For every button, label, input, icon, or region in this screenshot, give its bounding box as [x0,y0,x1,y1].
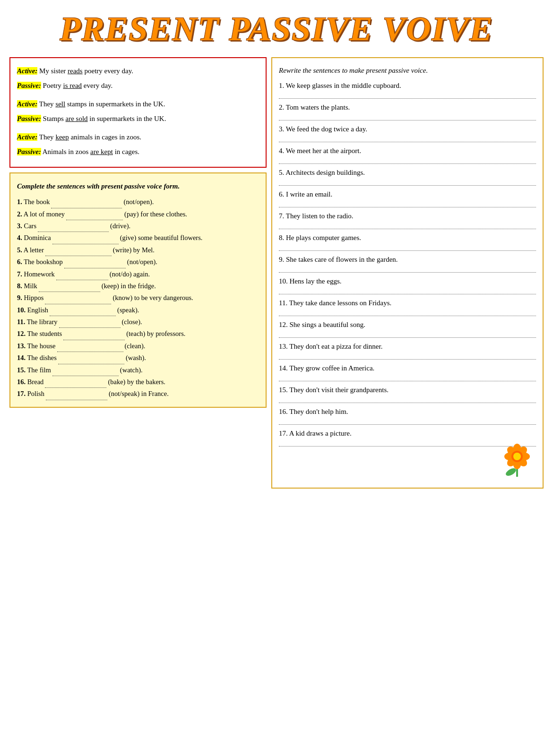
answer-line [279,114,536,120]
answer-line [279,244,536,251]
rewrite-item: 8. He plays computer games. [279,232,536,243]
answer-line [279,353,536,360]
answer-line [279,201,536,207]
example-3-passive: Passive: Animals in zoos are kept in cag… [17,146,259,158]
rewrite-item: 1. We keep glasses in the middle cupboar… [279,80,536,91]
active-label-3: Active: [17,133,37,141]
rewrite-box: Rewrite the sentences to make present pa… [271,57,544,489]
answer-line [279,288,536,294]
complete-title: Complete the sentences with present pass… [17,180,259,192]
complete-items: 1. The book(not/open).2. A lot of money(… [17,196,259,400]
active-label-2: Active: [17,100,37,108]
example-group-3: Active: They keep animals in cages in zo… [17,131,259,158]
complete-item: 10. English(speak). [17,304,259,316]
rewrite-item: 9. She takes care of flowers in the gard… [279,254,536,265]
passive-label-3: Passive: [17,148,41,155]
answer-line [279,375,536,381]
answer-line [279,396,536,403]
rewrite-item: 17. A kid draws a picture. [279,428,536,439]
answer-line [279,309,536,316]
complete-item: 4. Dominica(give) some beautiful flowers… [17,232,259,244]
answer-line [279,136,536,142]
rewrite-item: 6. I write an email. [279,189,536,200]
rewrite-title: Rewrite the sentences to make present pa… [279,65,536,76]
rewrite-item: 13. They don't eat a pizza for dinner. [279,341,536,352]
rewrite-item: 7. They listen to the radio. [279,210,536,222]
example-2-passive: Passive: Stamps are sold in supermarkets… [17,112,259,125]
answer-line [279,440,536,447]
rewrite-item: 14. They grow coffee in America. [279,362,536,374]
rewrite-item: 15. They don't visit their grandparents. [279,384,536,395]
complete-item: 3. Cars(drive). [17,220,259,232]
answer-line [279,266,536,273]
complete-item: 17. Polish(not/speak) in France. [17,388,259,400]
complete-item: 15. The film(watch). [17,364,259,376]
complete-item: 1. The book(not/open). [17,196,259,208]
complete-item: 14. The dishes(wash). [17,352,259,364]
rewrite-item: 11. They take dance lessons on Fridays. [279,297,536,309]
complete-item: 12. The students(teach) by professors. [17,328,259,340]
rewrite-item: 4. We meet her at the airport. [279,145,536,156]
rewrite-item: 16. They don't help him. [279,406,536,417]
example-1-passive: Passive: Poetry is read every day. [17,79,259,92]
rewrite-items: 1. We keep glasses in the middle cupboar… [279,80,536,447]
rewrite-item: 10. Hens lay the eggs. [279,275,536,287]
complete-item: 7. Homework(not/do) again. [17,268,259,280]
passive-label-1: Passive: [17,82,41,89]
active-label-1: Active: [17,67,37,75]
svg-point-11 [513,453,521,460]
examples-box: Active: My sister reads poetry every day… [9,57,267,168]
rewrite-item: 5. Architects design buildings. [279,167,536,178]
complete-box: Complete the sentences with present pass… [9,172,267,408]
answer-line [279,179,536,186]
complete-item: 9. Hippos(know) to be very dangerous. [17,292,259,304]
complete-item: 6. The bookshop(not/open). [17,256,259,268]
passive-label-2: Passive: [17,115,41,122]
complete-item: 16. Bread(bake) by the bakers. [17,376,259,388]
complete-item: 8. Milk(keep) in the fridge. [17,280,259,292]
rewrite-item: 3. We feed the dog twice a day. [279,123,536,135]
answer-line [279,92,536,99]
answer-line [279,418,536,425]
answer-line [279,331,536,338]
rewrite-item: 12. She sings a beautiful song. [279,319,536,330]
complete-item: 2. A lot of money(pay) for these clothes… [17,208,259,220]
example-group-2: Active: They sell stamps in supermarkets… [17,98,259,125]
page-title: PRESENT PASSIVE VOIVE [9,9,544,49]
complete-item: 13. The house(clean). [17,340,259,352]
example-3-active: Active: They keep animals in cages in zo… [17,131,259,144]
answer-line [279,157,536,164]
example-group-1: Active: My sister reads poetry every day… [17,65,259,92]
complete-item: 11. The library(close). [17,316,259,328]
rewrite-item: 2. Tom waters the plants. [279,102,536,113]
example-2-active: Active: They sell stamps in supermarkets… [17,98,259,111]
complete-item: 5. A letter(write) by Mel. [17,244,259,256]
flower-decoration [501,440,534,481]
answer-line [279,223,536,229]
example-1-active: Active: My sister reads poetry every day… [17,65,259,77]
